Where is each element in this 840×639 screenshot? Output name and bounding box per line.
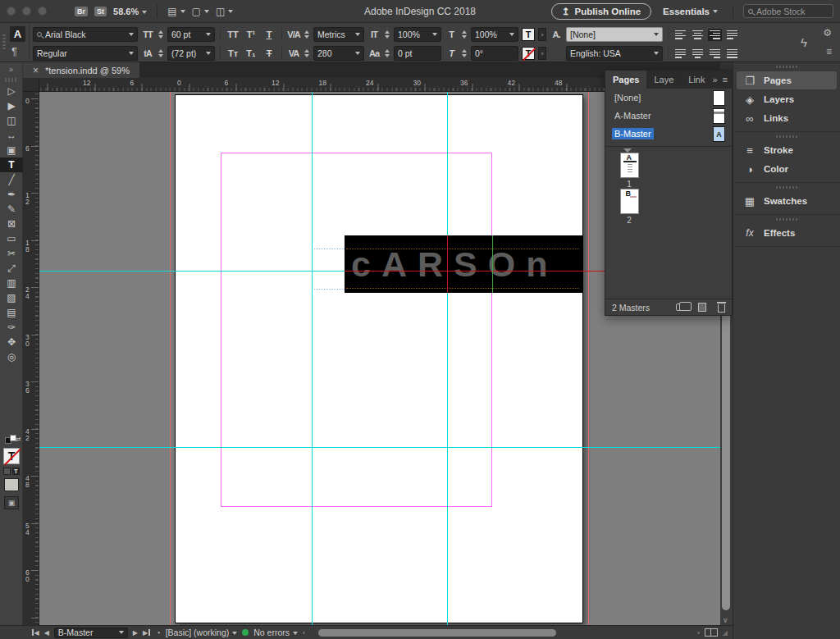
- toolbar-drag-handle[interactable]: [5, 78, 17, 82]
- scroll-down-icon[interactable]: ∨: [723, 616, 728, 624]
- page-thumbnail[interactable]: B: [620, 189, 639, 214]
- vertical-ruler[interactable]: 061 21 82 43 03 64 24 85 46 0: [23, 92, 39, 625]
- justify-right-button[interactable]: [708, 48, 722, 60]
- page-select[interactable]: B-Master: [54, 628, 128, 638]
- content-collector-tool[interactable]: ▣: [0, 143, 23, 157]
- page-item-2[interactable]: B2: [615, 189, 643, 225]
- dock-item-stroke[interactable]: ≡Stroke: [737, 141, 837, 159]
- scissors-tool[interactable]: ✂: [0, 246, 23, 261]
- last-page-button[interactable]: ▶: [143, 629, 151, 637]
- subscript-button[interactable]: T₁: [244, 47, 258, 60]
- character-formatting-button[interactable]: A: [10, 26, 25, 42]
- direct-selection-tool[interactable]: ▶: [0, 98, 23, 113]
- spread-view-icon[interactable]: [705, 628, 718, 637]
- vertical-scale-select[interactable]: 100%: [394, 27, 441, 42]
- dock-item-swatches[interactable]: ▦Swatches: [737, 192, 837, 210]
- stroke-flyout-button[interactable]: ›: [538, 47, 546, 60]
- dock-item-layers[interactable]: ◈Layers: [737, 90, 837, 108]
- line-tool[interactable]: ╱: [0, 172, 23, 187]
- stroke-color-swatch[interactable]: T: [522, 47, 535, 60]
- create-new-page-icon[interactable]: [698, 303, 706, 312]
- fill-flyout-button[interactable]: ›: [538, 28, 546, 41]
- first-page-button[interactable]: ◀: [31, 629, 39, 637]
- ruler-guide-horizontal-2[interactable]: [39, 447, 720, 448]
- gradient-feather-tool[interactable]: ▨: [0, 290, 23, 305]
- stock-button[interactable]: St: [94, 7, 107, 16]
- swap-fill-stroke-icon[interactable]: ⇄: [16, 436, 21, 443]
- delete-page-icon[interactable]: [718, 304, 725, 313]
- tab-layers[interactable]: Laye: [646, 71, 681, 89]
- dock-group-drag-handle[interactable]: [733, 215, 840, 223]
- close-window-button[interactable]: [7, 7, 16, 16]
- horizontal-scrollbar-thumb[interactable]: [318, 629, 556, 637]
- dock-group-drag-handle[interactable]: [733, 62, 840, 71]
- pen-tool[interactable]: ✒: [0, 187, 23, 202]
- master-thumbnail[interactable]: [713, 90, 725, 106]
- fill-color-swatch[interactable]: T: [522, 28, 535, 41]
- note-tool[interactable]: ▤: [0, 305, 23, 320]
- justify-left-button[interactable]: [673, 48, 687, 60]
- type-tool[interactable]: T: [0, 157, 23, 172]
- ruler-guide-vertical-2[interactable]: [447, 92, 448, 625]
- panel-menu-icon[interactable]: ≡: [723, 75, 728, 84]
- formatting-affects-container-button[interactable]: [3, 468, 11, 475]
- leading-stepper[interactable]: [158, 49, 164, 57]
- adobe-stock-search-input[interactable]: Adobe Stock: [743, 4, 833, 18]
- scroll-left-icon[interactable]: ‹: [303, 629, 305, 637]
- page-thumbnail[interactable]: A: [620, 153, 639, 178]
- eyedropper-tool[interactable]: ✑: [0, 320, 23, 335]
- default-fill-stroke-icon[interactable]: ⇄: [5, 435, 18, 445]
- language-select[interactable]: English: USA: [566, 46, 663, 61]
- pencil-tool[interactable]: ✎: [0, 202, 23, 217]
- text-fill-none-swatch[interactable]: T: [3, 448, 20, 464]
- leading-select[interactable]: (72 pt): [167, 46, 215, 61]
- align-center-button[interactable]: [691, 29, 705, 41]
- gear-icon[interactable]: ⚙: [823, 27, 832, 39]
- vertical-scale-stepper[interactable]: [384, 30, 390, 39]
- justify-center-button[interactable]: [691, 48, 705, 60]
- edit-page-size-icon[interactable]: [676, 304, 687, 311]
- tab-pages[interactable]: Pages: [605, 71, 646, 89]
- minimize-window-button[interactable]: [22, 7, 31, 16]
- skew-field[interactable]: 0°: [471, 46, 518, 61]
- maximize-window-button[interactable]: [38, 7, 47, 16]
- page-item-1[interactable]: A1: [615, 153, 643, 189]
- scroll-right-icon[interactable]: ›: [697, 629, 700, 637]
- publish-online-button[interactable]: ↥ Publish Online: [551, 3, 651, 20]
- view-options-icon[interactable]: ▤: [167, 6, 185, 17]
- tracking-stepper[interactable]: [304, 49, 310, 57]
- dock-item-color[interactable]: ◑Color: [737, 160, 837, 178]
- horizontal-scale-select[interactable]: 100%: [471, 27, 518, 42]
- font-size-stepper[interactable]: [158, 30, 164, 39]
- justify-all-button[interactable]: [725, 48, 739, 60]
- character-style-select[interactable]: [None]: [566, 27, 663, 42]
- horizontal-scale-stepper[interactable]: [461, 30, 468, 39]
- zoom-level-control[interactable]: 58.6%: [113, 7, 147, 16]
- arrange-documents-icon[interactable]: ◫: [216, 6, 233, 17]
- screen-mode-button[interactable]: ▣: [4, 496, 19, 509]
- text-frame[interactable]: cARSOn: [345, 235, 582, 293]
- free-transform-tool[interactable]: ⤢: [0, 261, 23, 276]
- kerning-select[interactable]: Metrics: [313, 27, 364, 42]
- dock-item-effects[interactable]: fxEffects: [737, 224, 837, 242]
- master-row-none[interactable]: [None]: [605, 89, 732, 107]
- adobe-sensei-icon[interactable]: ϟ: [801, 35, 807, 49]
- dock-item-links[interactable]: ∞Links: [737, 109, 837, 127]
- close-tab-icon[interactable]: ×: [33, 65, 39, 76]
- font-family-select[interactable]: Arial Black: [33, 27, 138, 42]
- workspace-switcher[interactable]: Essentials: [663, 7, 718, 16]
- master-thumbnail[interactable]: [713, 108, 725, 124]
- preflight-status[interactable]: No errors: [253, 628, 298, 637]
- next-page-button[interactable]: ▶: [133, 629, 138, 637]
- dock-group-drag-handle[interactable]: [733, 183, 840, 191]
- document-tab[interactable]: × *tension.indd @ 59%: [23, 62, 139, 78]
- bridge-button[interactable]: Br: [75, 7, 88, 16]
- zoom-tool[interactable]: ◎: [0, 349, 23, 364]
- screen-mode-icon[interactable]: ▢: [192, 6, 209, 17]
- previous-page-button[interactable]: ◀: [44, 629, 49, 637]
- strikethrough-button[interactable]: T: [262, 47, 276, 60]
- panel-drag-handle[interactable]: [2, 34, 6, 51]
- collapse-panel-icon[interactable]: »: [712, 75, 717, 84]
- ruler-origin-corner[interactable]: [23, 78, 39, 92]
- frame-tool[interactable]: ⊠: [0, 217, 23, 231]
